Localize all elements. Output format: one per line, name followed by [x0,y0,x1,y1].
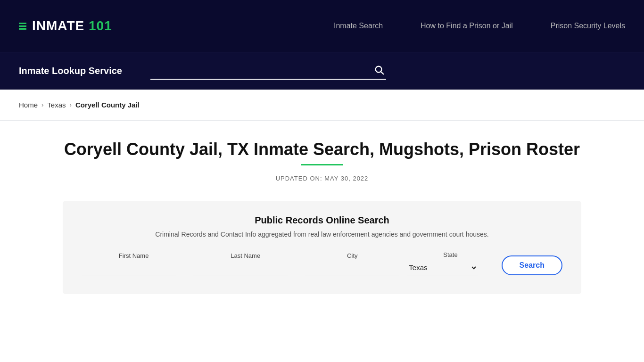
nav-inmate-search[interactable]: Inmate Search [334,22,383,30]
search-input-wrapper [150,63,386,80]
title-underline-decoration [301,164,343,165]
public-records-description: Criminal Records and Contact Info aggreg… [82,230,562,238]
public-records-box: Public Records Online Search Criminal Re… [63,201,581,294]
nav-how-to-find[interactable]: How to Find a Prison or Jail [421,22,513,30]
breadcrumb-state[interactable]: Texas [47,101,66,109]
page-title: Coryell County Jail, TX Inmate Search, M… [64,140,580,159]
city-input[interactable] [305,261,399,275]
search-button[interactable]: Search [502,255,562,275]
breadcrumb: Home › Texas › Coryell County Jail [0,90,644,121]
search-input[interactable] [150,66,372,74]
state-label: State [407,251,494,258]
logo-highlight: 101 [89,18,112,33]
first-name-label: First Name [82,252,186,259]
svg-point-0 [376,66,382,72]
top-navigation: INMATE 101 Inmate Search How to Find a P… [0,0,644,52]
city-field: City [305,252,399,275]
last-name-input[interactable] [193,261,288,275]
breadcrumb-current-page: Coryell County Jail [75,101,140,109]
search-icon-button[interactable] [372,63,386,77]
svg-line-1 [381,72,384,74]
first-name-field: First Name [82,252,186,275]
nav-security-levels[interactable]: Prison Security Levels [551,22,625,30]
state-select[interactable]: AlabamaAlaskaArizonaArkansasCaliforniaCo… [407,260,478,275]
nav-links-container: Inmate Search How to Find a Prison or Ja… [334,22,625,30]
city-label: City [305,252,399,259]
last-name-field: Last Name [193,252,297,275]
logo[interactable]: INMATE 101 [19,18,112,33]
state-field: State AlabamaAlaskaArizonaArkansasCalifo… [407,251,494,275]
search-icon [374,65,384,75]
logo-bars-icon [19,23,26,30]
breadcrumb-home[interactable]: Home [19,101,38,109]
search-section-label: Inmate Lookup Service [19,66,122,76]
public-records-form: First Name Last Name City State AlabamaA… [82,251,562,275]
logo-text: INMATE 101 [32,18,112,33]
first-name-input[interactable] [82,261,176,275]
last-name-label: Last Name [193,252,297,259]
breadcrumb-separator-2: › [70,101,72,108]
search-section: Inmate Lookup Service [0,52,644,90]
main-content: Coryell County Jail, TX Inmate Search, M… [0,121,644,308]
updated-date: UPDATED ON: MAY 30, 2022 [19,175,625,182]
breadcrumb-separator-1: › [41,101,43,108]
public-records-title: Public Records Online Search [82,215,562,226]
